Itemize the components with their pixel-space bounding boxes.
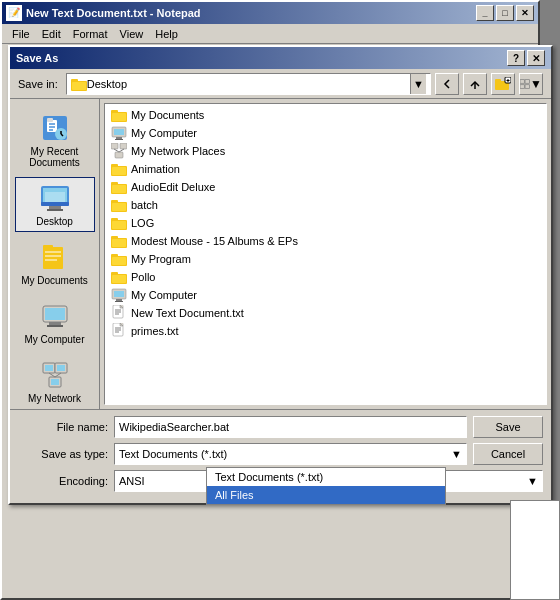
list-item[interactable]: My Network Places xyxy=(107,142,544,160)
notepad-title: New Text Document.txt - Notepad xyxy=(26,7,201,19)
menu-help[interactable]: Help xyxy=(149,27,184,41)
desktop-icon xyxy=(39,182,71,214)
sidebar-label-mydocs: My Documents xyxy=(21,275,88,286)
menu-view[interactable]: View xyxy=(114,27,150,41)
list-item[interactable]: My Program xyxy=(107,250,544,268)
new-folder-btn[interactable] xyxy=(491,73,515,95)
list-item[interactable]: LOG xyxy=(107,214,544,232)
svg-rect-38 xyxy=(45,365,53,371)
saveas-arrow: ▼ xyxy=(451,448,462,460)
svg-rect-34 xyxy=(45,308,65,320)
svg-rect-27 xyxy=(41,202,69,206)
sidebar-label-desktop: Desktop xyxy=(36,216,73,227)
notepad-maximize-btn[interactable]: □ xyxy=(496,5,514,21)
folder-icon xyxy=(111,269,127,285)
svg-rect-59 xyxy=(112,167,126,175)
dialog-close-btn[interactable]: ✕ xyxy=(527,50,545,66)
dialog-titlebar: Save As ? ✕ xyxy=(10,47,551,69)
sidebar-item-mydocs[interactable]: My Documents xyxy=(15,236,95,291)
savein-dropdown[interactable]: Desktop ▼ xyxy=(66,73,431,95)
svg-rect-68 xyxy=(112,221,126,229)
svg-rect-79 xyxy=(114,291,124,297)
list-item[interactable]: Animation xyxy=(107,160,544,178)
list-item[interactable]: My Documents xyxy=(107,106,544,124)
dialog-window-controls: ? ✕ xyxy=(507,50,545,66)
sidebar-item-network[interactable]: My Network xyxy=(15,354,95,409)
saveas-label: Save as type: xyxy=(18,448,108,460)
svg-rect-47 xyxy=(112,113,126,121)
list-item[interactable]: Pollo xyxy=(107,268,544,286)
sidebar-item-mycomp[interactable]: My Computer xyxy=(15,295,95,350)
notepad-window-controls: _ □ ✕ xyxy=(476,5,534,21)
sidebar-item-recent[interactable]: My RecentDocuments xyxy=(15,107,95,173)
up-btn[interactable] xyxy=(463,73,487,95)
menu-edit[interactable]: Edit xyxy=(36,27,67,41)
recent-icon xyxy=(39,112,71,144)
svg-line-55 xyxy=(114,149,119,152)
dropdown-option-all[interactable]: All Files xyxy=(207,486,445,504)
svg-rect-11 xyxy=(520,84,524,88)
file-list[interactable]: My Documents My Computer xyxy=(104,103,547,405)
list-item[interactable]: AudioEdit Deluxe xyxy=(107,178,544,196)
back-btn[interactable] xyxy=(435,73,459,95)
cancel-button[interactable]: Cancel xyxy=(473,443,543,465)
filename-label: File name: xyxy=(18,421,108,433)
dialog-help-btn[interactable]: ? xyxy=(507,50,525,66)
computer-icon xyxy=(111,125,127,141)
sidebar-label-network: My Network xyxy=(28,393,81,404)
svg-rect-51 xyxy=(115,139,123,140)
svg-rect-52 xyxy=(111,143,118,149)
sidebar-label-mycomp: My Computer xyxy=(24,334,84,345)
list-item[interactable]: batch xyxy=(107,196,544,214)
list-item[interactable]: My Computer xyxy=(107,124,544,142)
svg-rect-35 xyxy=(49,322,61,325)
svg-rect-15 xyxy=(47,118,53,122)
svg-rect-53 xyxy=(120,143,127,149)
menu-file[interactable]: File xyxy=(6,27,36,41)
notepad-close-btn[interactable]: ✕ xyxy=(516,5,534,21)
menu-format[interactable]: Format xyxy=(67,27,114,41)
saveas-dropdown[interactable]: Text Documents (*.txt) ▼ xyxy=(114,443,467,465)
filename-input[interactable] xyxy=(114,416,467,438)
savein-value: Desktop xyxy=(87,78,127,90)
dialog-toolbar: Save in: Desktop ▼ xyxy=(10,69,551,99)
text-file-icon xyxy=(111,323,127,339)
list-item[interactable]: New Text Document.txt xyxy=(107,304,544,322)
save-button[interactable]: Save xyxy=(473,416,543,438)
text-file-icon xyxy=(111,305,127,321)
list-item[interactable]: Modest Mouse - 15 Albums & EPs xyxy=(107,232,544,250)
filename-row: File name: Save xyxy=(18,416,543,438)
svg-rect-36 xyxy=(47,325,63,327)
folder-icon xyxy=(111,215,127,231)
svg-rect-32 xyxy=(45,259,57,261)
savein-arrow[interactable]: ▼ xyxy=(410,74,426,94)
mydocs-icon xyxy=(39,241,71,273)
savein-folder-icon xyxy=(71,76,87,92)
notepad-minimize-btn[interactable]: _ xyxy=(476,5,494,21)
save-as-dialog: Save As ? ✕ Save in: Desktop ▼ xyxy=(8,45,553,505)
list-item[interactable]: primes.txt xyxy=(107,322,544,340)
folder-icon xyxy=(111,107,127,123)
notepad-menubar: File Edit Format View Help xyxy=(2,24,538,44)
svg-rect-74 xyxy=(112,257,126,265)
svg-rect-2 xyxy=(72,82,86,90)
svg-rect-50 xyxy=(116,137,122,139)
folder-icon xyxy=(111,233,127,249)
computer-icon xyxy=(111,287,127,303)
list-item[interactable]: My Computer xyxy=(107,286,544,304)
folder-icon xyxy=(111,179,127,195)
svg-rect-30 xyxy=(45,251,61,253)
svg-rect-9 xyxy=(520,79,524,83)
sidebar-label-recent: My RecentDocuments xyxy=(29,146,80,168)
sidebar-item-desktop[interactable]: Desktop xyxy=(15,177,95,232)
svg-rect-25 xyxy=(47,209,63,211)
savein-label: Save in: xyxy=(18,78,58,90)
mycomp-icon xyxy=(39,300,71,332)
svg-rect-62 xyxy=(112,185,126,193)
views-btn[interactable]: ▼ xyxy=(519,73,543,95)
dropdown-option-txt[interactable]: Text Documents (*.txt) xyxy=(207,468,445,486)
svg-rect-71 xyxy=(112,239,126,247)
encoding-label: Encoding: xyxy=(18,475,108,487)
dialog-sidebar: My RecentDocuments Desktop xyxy=(10,99,100,409)
network-icon xyxy=(39,359,71,391)
